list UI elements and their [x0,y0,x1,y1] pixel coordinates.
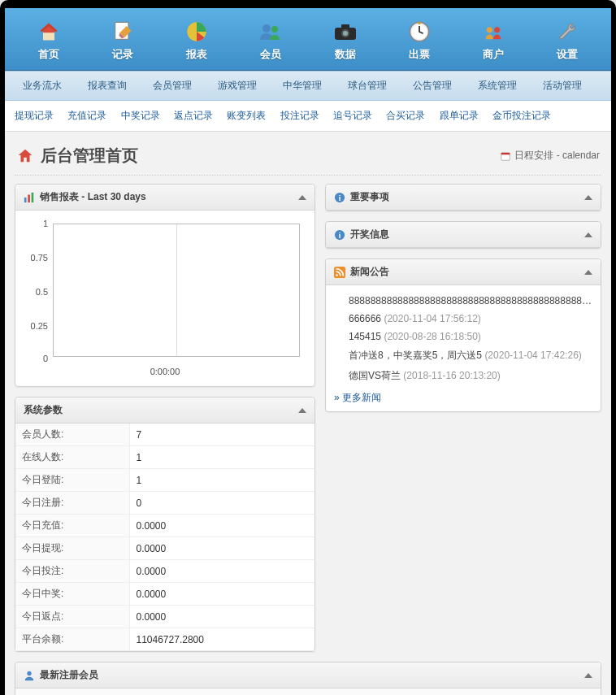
svg-rect-23 [334,267,345,278]
collapse-button[interactable] [584,232,592,237]
th-real: 真实姓名 [191,688,249,695]
bar-chart-icon [24,192,35,203]
clock-icon [408,20,431,43]
panel-title-text: 销售报表 - Last 30 days [40,190,146,204]
nav-data[interactable]: 数据 [310,13,380,70]
collapse-button[interactable] [298,408,306,413]
secnav-item[interactable]: 会员管理 [140,72,205,100]
panel-newreg: 最新注册会员 用户名 昵称 真实姓名 余额 日期 地址 Phone 操作 yan… [15,662,601,695]
secnav-item[interactable]: 活动管理 [530,72,595,100]
news-title: 8888888888888888888888888888888888888888… [349,295,592,306]
y-tick: 0.25 [24,321,48,331]
news-item[interactable]: 8888888888888888888888888888888888888888… [349,292,592,310]
svg-rect-17 [28,194,30,202]
svg-rect-6 [341,24,349,28]
param-row: 今日返点:0.0000 [15,606,315,628]
home-icon [16,147,34,165]
nav-label: 商户 [462,47,526,62]
th-addr: 地址 [358,688,466,695]
sublink[interactable]: 返点记录 [174,110,213,121]
svg-rect-16 [24,198,27,202]
news-item[interactable]: 145415 (2020-08-28 16:18:50) [349,328,592,345]
param-value: 0.0000 [129,537,315,560]
sublink[interactable]: 追号记录 [333,110,372,121]
sublink[interactable]: 充值记录 [67,110,106,121]
param-key: 今日登陆: [15,469,129,492]
collapse-button[interactable] [298,195,306,200]
nav-label: 数据 [313,47,377,62]
y-tick: 0.75 [24,253,48,263]
sublink[interactable]: 合买记录 [386,110,425,121]
nav-records[interactable]: 记录 [87,13,158,70]
svg-text:i: i [339,193,341,202]
param-row: 今日充值:0.0000 [15,515,315,537]
sublink[interactable]: 账变列表 [227,110,266,121]
param-row: 平台余额:11046727.2800 [15,628,315,651]
param-value: 1 [129,446,315,469]
svg-point-8 [343,31,348,36]
secnav-item[interactable]: 游戏管理 [205,72,270,100]
news-timestamp: (2020-11-04 17:56:12) [384,313,480,324]
nav-merchant[interactable]: 商户 [458,13,529,70]
secnav-item[interactable]: 球台管理 [335,72,400,100]
secnav-item[interactable]: 中华管理 [270,72,335,100]
calendar-text: 日程安排 - calendar [514,149,600,163]
nav-label: 出票 [387,47,451,62]
secnav-item[interactable]: 系统管理 [465,72,530,100]
secnav-item[interactable]: 报表查询 [75,72,140,100]
news-item[interactable]: 首冲送8，中奖嘉奖5，周六送5 (2020-11-04 17:42:26) [349,345,592,366]
param-row: 今日投注:0.0000 [15,560,315,583]
sublink[interactable]: 金币投注记录 [492,110,551,121]
more-news-link[interactable]: » 更多新闻 [334,391,592,405]
collapse-button[interactable] [584,673,592,678]
param-key: 今日注册: [15,492,129,515]
home-icon [37,20,60,43]
collapse-button[interactable] [584,270,592,275]
rss-icon [334,267,345,278]
panel-important: i 重要事项 [325,184,601,211]
secnav-item[interactable]: 公告管理 [400,72,465,100]
secondary-nav: 业务流水 报表查询 会员管理 游戏管理 中华管理 球台管理 公告管理 系统管理 … [5,71,611,101]
th-date: 日期 [284,688,358,695]
secnav-item[interactable]: 业务流水 [10,72,75,100]
th-nick: 昵称 [105,688,191,695]
param-value: 0.0000 [129,583,315,606]
top-nav: 首页 记录 报表 会员 数据 出票 商户 设置 [5,8,611,71]
sublink[interactable]: 投注记录 [280,110,319,121]
reg-table: 用户名 昵称 真实姓名 余额 日期 地址 Phone 操作 yangxxxx1请… [15,688,601,695]
svg-rect-0 [43,33,54,40]
news-timestamp: (2020-08-28 16:18:50) [384,331,480,342]
nav-ticket[interactable]: 出票 [384,13,454,70]
nav-settings[interactable]: 设置 [532,13,603,70]
param-row: 今日中奖:0.0000 [15,583,315,606]
pie-icon [185,20,208,43]
sublink[interactable]: 中奖记录 [121,110,160,121]
svg-rect-18 [32,192,34,202]
camera-icon [333,21,358,42]
nav-label: 记录 [90,47,154,62]
param-value: 0.0000 [129,515,315,537]
sub-links: 提现记录 充值记录 中奖记录 返点记录 账变列表 投注记录 追号记录 合买记录 … [5,101,611,132]
news-item[interactable]: 德国VS荷兰 (2018-11-16 20:13:20) [349,366,592,386]
wrench-icon [556,20,579,43]
info-icon: i [334,229,345,241]
collapse-button[interactable] [584,195,592,200]
panel-title-text: 重要事项 [350,190,389,204]
svg-point-4 [271,26,278,33]
nav-reports[interactable]: 报表 [162,13,232,70]
param-value: 0.0000 [129,606,315,628]
y-tick: 1 [24,219,48,228]
sublink[interactable]: 跟单记录 [440,110,479,121]
sublink[interactable]: 提现记录 [15,110,54,121]
merchant-icon [482,20,505,43]
news-timestamp: (2020-11-04 17:42:26) [484,350,581,361]
user-icon [24,670,35,681]
y-tick: 0.5 [24,287,48,297]
nav-home[interactable]: 首页 [13,13,84,70]
param-row: 会员人数:7 [15,424,315,446]
svg-point-25 [27,671,31,675]
calendar-link[interactable]: 日程安排 - calendar [500,149,600,163]
news-item[interactable]: 666666 (2020-11-04 17:56:12) [349,310,592,328]
nav-members[interactable]: 会员 [236,13,306,70]
param-key: 在线人数: [15,446,129,469]
